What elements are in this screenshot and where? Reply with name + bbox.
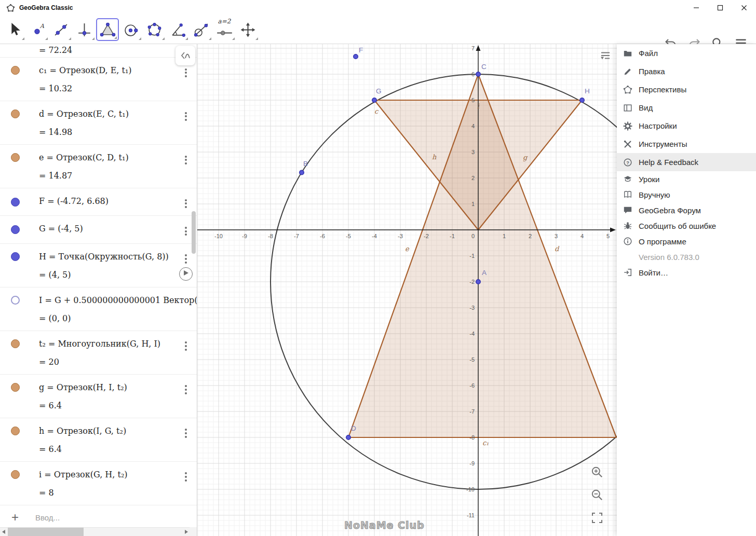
- tool-tangent-line[interactable]: [190, 18, 212, 41]
- row-menu-button[interactable]: [185, 198, 187, 209]
- object-label-c₁: c₁: [482, 439, 489, 447]
- zoom-in-button[interactable]: [589, 464, 605, 480]
- point-label-B: B: [303, 160, 308, 168]
- point-C[interactable]: [476, 72, 481, 77]
- algebra-input-row[interactable]: + Ввод...: [0, 505, 197, 530]
- menu-item-view[interactable]: Вид: [617, 99, 756, 117]
- fullscreen-button[interactable]: [589, 510, 605, 526]
- algebra-input-placeholder[interactable]: Ввод...: [30, 513, 60, 522]
- algebra-row-g[interactable]: g = Отрезок(H, I, t₂)= 6.4: [0, 375, 197, 418]
- svg-text:5: 5: [471, 97, 475, 103]
- menu-item-report-bug[interactable]: Сообщить об ошибке: [617, 218, 756, 233]
- object-label-e: e: [405, 245, 410, 253]
- scrollbar-thumb[interactable]: [8, 528, 84, 536]
- svg-text:-3: -3: [469, 305, 475, 311]
- object-definition: d = Отрезок(E, C, t₁): [39, 108, 175, 120]
- row-menu-button[interactable]: [185, 111, 187, 122]
- menu-item-tools[interactable]: Инструменты: [617, 135, 756, 153]
- visibility-toggle[interactable]: [11, 339, 20, 348]
- visibility-toggle[interactable]: [11, 225, 20, 234]
- algebra-row-H[interactable]: H = Точка(Окружность(G, 8))= (4, 5): [0, 244, 197, 287]
- point-D[interactable]: [346, 435, 351, 440]
- lessons-icon: [623, 174, 632, 184]
- algebra-row-e[interactable]: e = Отрезок(C, D, t₁)= 14.87: [0, 145, 197, 188]
- visibility-toggle[interactable]: [11, 470, 20, 479]
- object-label-h: h: [432, 153, 437, 161]
- minimize-button[interactable]: [684, 0, 708, 16]
- algebra-row-h[interactable]: h = Отрезок(I, G, t₂)= 6.4: [0, 418, 197, 462]
- object-label-c: c: [374, 107, 379, 115]
- svg-text:A: A: [39, 22, 44, 30]
- menu-item-sign-in[interactable]: Войти…: [617, 265, 756, 280]
- algebra-row-d[interactable]: d = Отрезок(E, C, t₁)= 14.98: [0, 101, 197, 145]
- row-side-column: [175, 145, 197, 188]
- menu-item-edit[interactable]: Правка: [617, 62, 756, 80]
- visibility-toggle[interactable]: [11, 66, 20, 75]
- tool-circle-center-point[interactable]: [119, 18, 142, 41]
- point-F[interactable]: [354, 54, 358, 59]
- tool-conic-through-points[interactable]: [143, 18, 166, 41]
- algebra-row-G[interactable]: G = (-4, 5): [0, 216, 197, 243]
- graphics-view[interactable]: -10-9-8-7-6-5-4-3-2-10123457654321-1-2-3…: [197, 44, 617, 536]
- svg-text:-5: -5: [346, 233, 351, 239]
- graphics-style-bar-toggle[interactable]: [596, 47, 614, 64]
- tool-move-cursor[interactable]: [3, 18, 25, 41]
- algebra-row-t1-partial[interactable]: = 72.24: [0, 44, 197, 58]
- algebra-row-F[interactable]: F = (-4.72, 6.68): [0, 188, 197, 216]
- visibility-toggle[interactable]: [11, 153, 20, 162]
- visibility-toggle[interactable]: [11, 252, 20, 261]
- algebra-vertical-scrollbar[interactable]: [192, 211, 196, 254]
- tool-line[interactable]: [49, 18, 72, 41]
- row-menu-button[interactable]: [185, 384, 187, 395]
- tool-move-graphics[interactable]: [236, 18, 259, 41]
- scroll-left-arrow-icon[interactable]: [2, 530, 5, 534]
- menu-item-file[interactable]: Файл: [617, 44, 756, 62]
- point-H[interactable]: [580, 98, 585, 103]
- tool-point[interactable]: A: [26, 18, 49, 41]
- visibility-toggle[interactable]: [11, 383, 20, 392]
- svg-text:-6: -6: [469, 382, 475, 389]
- animate-play-button[interactable]: [179, 267, 193, 281]
- graphics-canvas[interactable]: -10-9-8-7-6-5-4-3-2-10123457654321-1-2-3…: [197, 44, 617, 536]
- algebra-row-i[interactable]: i = Отрезок(G, H, t₂)= 8: [0, 462, 197, 505]
- tool-angle[interactable]: [166, 18, 189, 41]
- menu-item-perspectives[interactable]: Перспективы: [617, 80, 756, 99]
- row-menu-button[interactable]: [185, 154, 187, 166]
- algebra-row-I[interactable]: I = G + 0.500000000000001 Вектор(G,= (0,…: [0, 287, 197, 331]
- row-menu-button[interactable]: [185, 253, 187, 265]
- algebra-style-bar-toggle[interactable]: [176, 46, 195, 65]
- menu-item-about[interactable]: О программе: [617, 233, 756, 249]
- row-menu-button[interactable]: [185, 428, 187, 439]
- zoom-out-button[interactable]: [589, 487, 605, 503]
- point-G[interactable]: [372, 98, 377, 103]
- menu-item-manual[interactable]: Вручную: [617, 187, 756, 202]
- row-menu-button[interactable]: [185, 67, 187, 78]
- algebra-row-t2[interactable]: t₂ = Многоугольник(G, H, I)= 20: [0, 331, 197, 375]
- algebra-horizontal-scrollbar[interactable]: [0, 527, 190, 536]
- row-menu-button[interactable]: [185, 225, 187, 237]
- visibility-toggle[interactable]: [11, 427, 20, 435]
- row-body: d = Отрезок(E, C, t₁)= 14.98: [30, 101, 175, 144]
- algebra-row-c1[interactable]: c₁ = Отрезок(D, E, t₁)= 10.32: [0, 58, 197, 101]
- point-A[interactable]: [476, 280, 481, 284]
- point-B[interactable]: [300, 170, 304, 175]
- tool-polygon[interactable]: [96, 18, 119, 41]
- visibility-toggle[interactable]: [11, 296, 20, 305]
- no-icon: [623, 252, 632, 262]
- menu-item-help-feedback[interactable]: ?Help & Feedback: [617, 153, 756, 171]
- tool-slider[interactable]: a=2: [213, 18, 236, 41]
- maximize-button[interactable]: [708, 0, 732, 16]
- menu-item-tutorials[interactable]: Уроки: [617, 171, 756, 187]
- scroll-right-arrow-icon[interactable]: [185, 530, 188, 534]
- menu-item-forum[interactable]: GeoGebra Форум: [617, 202, 756, 218]
- menu-item-settings[interactable]: Настройки: [617, 117, 756, 135]
- row-menu-button[interactable]: [185, 471, 187, 483]
- tool-perpendicular-line[interactable]: [73, 18, 96, 41]
- svg-text:-4: -4: [469, 331, 475, 337]
- row-menu-button[interactable]: [185, 340, 187, 352]
- close-button[interactable]: [732, 0, 756, 16]
- row-body: = 72.24: [30, 44, 197, 57]
- visibility-toggle[interactable]: [11, 109, 20, 118]
- visibility-toggle[interactable]: [11, 198, 20, 207]
- titlebar: GeoGebra Classic: [0, 0, 756, 16]
